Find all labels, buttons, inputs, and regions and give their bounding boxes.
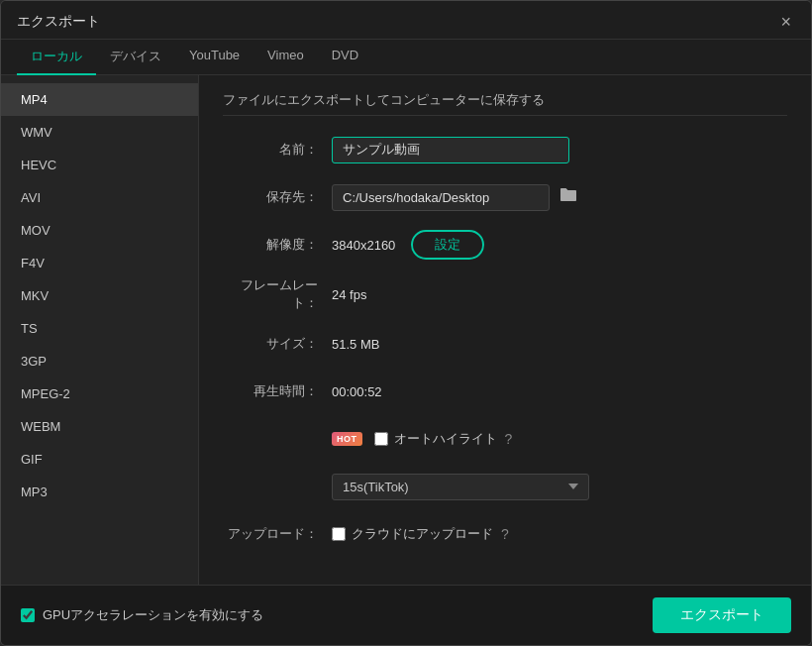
sidebar-item-f4v[interactable]: F4V	[1, 247, 198, 279]
sidebar-item-webm[interactable]: WEBM	[1, 410, 198, 443]
path-row	[332, 184, 581, 211]
tabs-bar: ローカル デバイス YouTube Vimeo DVD	[1, 40, 811, 75]
resolution-settings-button[interactable]: 設定	[411, 230, 484, 260]
framerate-value: 24 fps	[332, 287, 366, 302]
upload-label: アップロード：	[223, 525, 332, 543]
sidebar-item-avi[interactable]: AVI	[1, 181, 198, 214]
format-sidebar: MP4 WMV HEVC AVI MOV F4V MKV TS 3GP MPEG…	[1, 75, 199, 585]
sidebar-item-wmv[interactable]: WMV	[1, 116, 198, 149]
auto-highlight-checkbox[interactable]	[374, 432, 388, 446]
sidebar-item-mov[interactable]: MOV	[1, 214, 198, 247]
gpu-acceleration-text: GPUアクセラレーションを有効にする	[43, 606, 263, 624]
size-label: サイズ：	[223, 335, 332, 353]
main-content: MP4 WMV HEVC AVI MOV F4V MKV TS 3GP MPEG…	[1, 75, 811, 585]
sidebar-item-mpeg2[interactable]: MPEG-2	[1, 377, 198, 410]
auto-highlight-help-icon[interactable]: ?	[505, 431, 513, 447]
tiktok-duration-select[interactable]: 15s(TikTok) 30s 60s 90s	[332, 474, 589, 500]
duration-label: 再生時間：	[223, 382, 332, 400]
framerate-row: フレームレート： 24 fps	[223, 276, 787, 312]
resolution-value-row: 3840x2160 設定	[332, 230, 484, 260]
auto-highlight-checkbox-label[interactable]: オートハイライト	[374, 430, 497, 448]
tab-youtube[interactable]: YouTube	[175, 40, 254, 75]
settings-panel: ファイルにエクスポートしてコンピューターに保存する 名前： 保存先：	[199, 75, 811, 585]
size-value: 51.5 MB	[332, 337, 379, 352]
tab-dvd[interactable]: DVD	[318, 40, 372, 75]
cloud-upload-checkbox-label[interactable]: クラウドにアップロード	[332, 525, 493, 543]
sidebar-item-ts[interactable]: TS	[1, 312, 198, 345]
name-input[interactable]	[332, 137, 569, 163]
size-row: サイズ： 51.5 MB	[223, 328, 787, 360]
tab-vimeo[interactable]: Vimeo	[254, 40, 318, 75]
gpu-acceleration-label[interactable]: GPUアクセラレーションを有効にする	[21, 606, 263, 624]
resolution-value: 3840x2160	[332, 238, 395, 253]
close-button[interactable]: ×	[776, 11, 795, 33]
sidebar-item-mp4[interactable]: MP4	[1, 83, 198, 116]
sidebar-item-hevc[interactable]: HEVC	[1, 149, 198, 181]
save-path-label: 保存先：	[223, 188, 332, 206]
cloud-upload-controls: クラウドにアップロード ?	[332, 525, 509, 543]
auto-highlight-controls: HOT オートハイライト ?	[332, 430, 512, 448]
tab-device[interactable]: デバイス	[96, 40, 175, 75]
auto-highlight-row: HOT オートハイライト ?	[223, 423, 787, 455]
upload-row: アップロード： クラウドにアップロード ?	[223, 518, 787, 550]
framerate-label: フレームレート：	[223, 276, 332, 312]
gpu-acceleration-checkbox[interactable]	[21, 608, 35, 622]
save-path-row: 保存先：	[223, 181, 787, 213]
browse-folder-button[interactable]	[556, 185, 581, 209]
title-bar: エクスポート ×	[1, 1, 811, 40]
resolution-row: 解像度： 3840x2160 設定	[223, 229, 787, 261]
name-label: 名前：	[223, 141, 332, 159]
auto-highlight-label: オートハイライト	[394, 430, 497, 448]
dialog-title: エクスポート	[17, 13, 100, 31]
tiktok-dropdown-row: 15s(TikTok) 30s 60s 90s	[223, 471, 787, 502]
cloud-upload-label: クラウドにアップロード	[352, 525, 493, 543]
section-title: ファイルにエクスポートしてコンピューターに保存する	[223, 91, 787, 116]
duration-row: 再生時間： 00:00:52	[223, 376, 787, 407]
tab-local[interactable]: ローカル	[17, 40, 96, 75]
export-button[interactable]: エクスポート	[653, 597, 791, 633]
sidebar-item-3gp[interactable]: 3GP	[1, 345, 198, 377]
save-path-input[interactable]	[332, 184, 550, 211]
name-row: 名前：	[223, 134, 787, 165]
cloud-upload-help-icon[interactable]: ?	[501, 526, 509, 542]
sidebar-item-mkv[interactable]: MKV	[1, 279, 198, 312]
resolution-label: 解像度：	[223, 236, 332, 254]
cloud-upload-checkbox[interactable]	[332, 527, 346, 541]
sidebar-item-gif[interactable]: GIF	[1, 443, 198, 476]
duration-value: 00:00:52	[332, 384, 382, 399]
bottom-bar: GPUアクセラレーションを有効にする エクスポート	[1, 585, 811, 645]
sidebar-item-mp3[interactable]: MP3	[1, 476, 198, 508]
export-dialog: エクスポート × ローカル デバイス YouTube Vimeo DVD MP4…	[0, 0, 812, 646]
hot-badge: HOT	[332, 432, 362, 446]
